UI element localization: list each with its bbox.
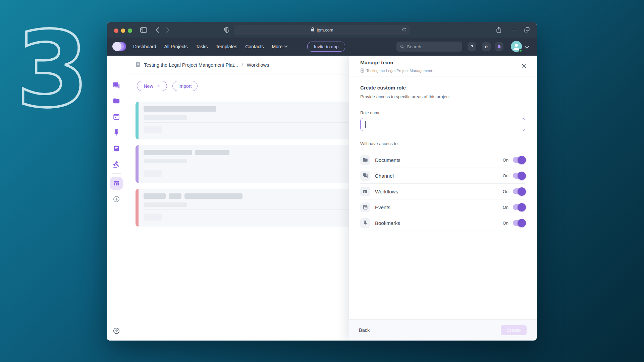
app-logo[interactable] (112, 42, 126, 51)
skeleton-card (136, 145, 370, 183)
browser-chrome: lpm.com (107, 22, 537, 38)
window-controls[interactable] (114, 28, 132, 33)
chevron-down-icon (284, 46, 288, 48)
close-window-button[interactable] (114, 28, 118, 33)
document-icon (135, 62, 141, 68)
calendar-icon (360, 202, 370, 212)
sidebar-toggle-icon[interactable] (140, 27, 147, 34)
background-numeral: 3 (16, 17, 89, 122)
content-area: Testing the Legal Project Mangement Plat… (107, 56, 537, 341)
calendar-icon[interactable] (113, 113, 120, 120)
panel-header: Manage team Testing the Legal Project Ma… (349, 56, 537, 76)
nav-dashboard[interactable]: Dashboard (133, 44, 156, 49)
notifications-button[interactable] (495, 42, 503, 51)
share-icon[interactable] (496, 26, 502, 35)
panel-body: Create custom role Provide access to spe… (349, 85, 537, 231)
nav-templates[interactable]: Templates (216, 44, 237, 49)
bookmarks-toggle[interactable] (513, 220, 525, 226)
nav-contacts[interactable]: Contacts (245, 44, 264, 49)
card-accent (136, 102, 139, 139)
breadcrumb-separator: / (241, 62, 244, 68)
url-text: lpm.com (317, 27, 333, 33)
create-button[interactable]: Create (501, 325, 527, 335)
card-accent (136, 189, 139, 227)
panel-footer: Back Create (349, 319, 537, 341)
nav-tasks[interactable]: Tasks (196, 44, 208, 49)
card-accent (136, 145, 139, 183)
panel-title: Manage team (360, 60, 393, 66)
e-logo-button[interactable]: e (482, 42, 491, 51)
manage-team-panel: Manage team Testing the Legal Project Ma… (349, 56, 537, 341)
bell-icon (496, 44, 502, 49)
help-button[interactable]: ? (468, 42, 476, 51)
access-row-workflows: Workflows On (360, 184, 525, 199)
access-row-channel: Channel On (360, 168, 525, 184)
shield-icon[interactable] (224, 27, 230, 35)
sidebar-divider (112, 173, 121, 174)
nav-more[interactable]: More (272, 44, 288, 49)
refresh-icon[interactable] (401, 27, 407, 34)
import-button[interactable]: Import (172, 81, 198, 91)
events-toggle[interactable] (513, 204, 525, 210)
pin-icon[interactable] (113, 129, 120, 136)
plus-icon (156, 84, 160, 88)
folder-icon[interactable] (113, 97, 120, 105)
folder-icon (360, 155, 370, 165)
access-label: Will have access to (360, 141, 525, 146)
gavel-icon[interactable] (113, 161, 120, 168)
chat-icon (360, 171, 370, 181)
notes-icon[interactable] (113, 145, 120, 152)
lock-icon (311, 27, 315, 33)
access-row-bookmarks: Bookmarks On (360, 215, 525, 231)
skeleton-card (136, 189, 370, 227)
minimize-window-button[interactable] (121, 28, 125, 33)
back-icon[interactable] (156, 27, 159, 34)
panel-subtitle: Testing the Legal Project Management... (360, 68, 435, 73)
nav-links: Dashboard All Projects Tasks Templates C… (133, 38, 288, 56)
add-circle-icon[interactable] (113, 195, 120, 203)
document-outline-icon (360, 68, 364, 73)
expand-arrow-icon[interactable] (113, 327, 120, 335)
address-bar[interactable]: lpm.com (234, 25, 410, 35)
account-chevron-down-icon[interactable] (525, 44, 529, 50)
access-row-events: Events On (360, 199, 525, 215)
channel-toggle[interactable] (513, 173, 525, 179)
role-name-label: Role name (360, 111, 525, 115)
workflows-toggle[interactable] (513, 188, 525, 194)
back-button[interactable]: Back (359, 327, 370, 333)
text-caret (365, 121, 366, 128)
documents-toggle[interactable] (513, 157, 525, 163)
new-tab-icon[interactable] (511, 27, 516, 34)
access-row-documents: Documents On (360, 152, 525, 168)
forward-icon[interactable] (166, 27, 170, 34)
breadcrumb-project[interactable]: Testing the Legal Project Mangement Plat… (144, 62, 238, 68)
close-icon[interactable] (520, 62, 528, 70)
table-icon (360, 187, 370, 196)
role-name-input[interactable] (360, 118, 525, 131)
workflows-table-icon (113, 180, 120, 187)
sidebar-divider (112, 322, 121, 322)
avatar[interactable] (511, 41, 522, 52)
zoom-window-button[interactable] (128, 28, 132, 33)
online-status-dot (519, 49, 522, 52)
nav-all-projects[interactable]: All Projects (164, 44, 188, 49)
browser-window: lpm.com Dashboard All Projects Tasks Tem… (107, 22, 537, 341)
app-navbar: Dashboard All Projects Tasks Templates C… (107, 38, 537, 56)
new-button[interactable]: New (137, 81, 167, 91)
breadcrumb-current: Workflows (247, 62, 269, 68)
search-icon (400, 44, 405, 49)
chat-icon[interactable] (113, 82, 120, 89)
section-title: Create custom role (360, 85, 525, 90)
skeleton-card (136, 102, 370, 139)
sidebar-item-workflows-active[interactable] (110, 177, 123, 190)
project-sidebar (107, 56, 126, 341)
access-list: Documents On Channel On (360, 152, 525, 231)
tab-overview-icon[interactable] (524, 27, 530, 34)
pin-icon (360, 218, 370, 228)
search-box[interactable] (396, 42, 462, 52)
section-subtitle: Provide access to specific areas of this… (360, 94, 525, 99)
invite-to-app-button[interactable]: Invite to app (307, 42, 345, 52)
search-input[interactable] (407, 44, 454, 49)
skeleton-list (136, 102, 370, 227)
